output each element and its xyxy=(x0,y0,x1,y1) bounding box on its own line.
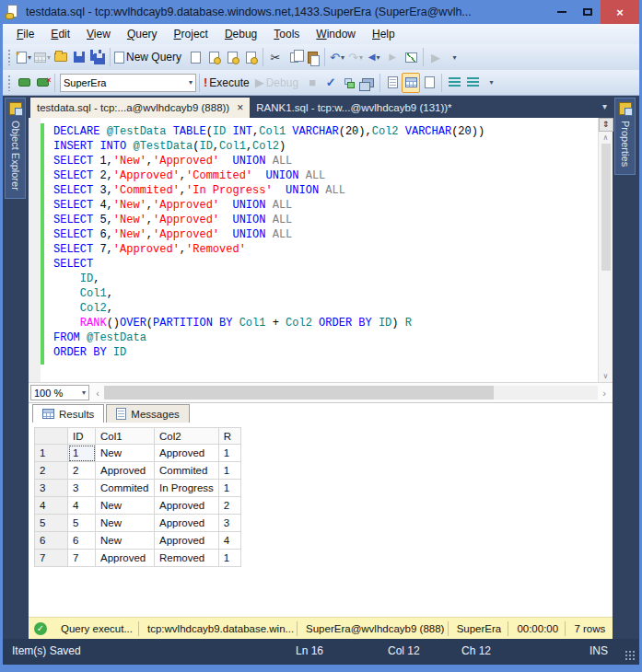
menu-item-tools[interactable]: Tools xyxy=(265,26,308,42)
editor-vertical-scrollbar[interactable]: ⇕ ∧ ∨ xyxy=(598,118,613,382)
object-explorer-tab[interactable]: Object Explorer xyxy=(5,98,26,199)
maximize-button[interactable] xyxy=(575,2,601,22)
properties-tab[interactable]: Properties xyxy=(614,98,636,175)
grid-cell[interactable]: Approved xyxy=(155,445,219,462)
grid-cell[interactable]: New xyxy=(96,445,155,462)
toolbar-grip[interactable] xyxy=(7,49,12,65)
grid-cell[interactable]: New xyxy=(96,532,155,550)
copy-button[interactable] xyxy=(285,47,303,67)
grid-cell[interactable]: 5 xyxy=(68,515,96,532)
connect-button[interactable] xyxy=(15,73,33,93)
toolbar-grip[interactable] xyxy=(7,75,12,91)
menu-item-view[interactable]: View xyxy=(78,26,119,42)
cut-button[interactable]: ✂ xyxy=(266,47,285,67)
grid-cell[interactable]: 7 xyxy=(68,550,96,567)
grid-cell[interactable]: 1 xyxy=(218,550,240,567)
tab-results[interactable]: Results xyxy=(32,404,104,423)
grid-header-Col1[interactable]: Col1 xyxy=(96,428,155,445)
grid-header-Col2[interactable]: Col2 xyxy=(155,428,219,445)
splitter-icon[interactable]: ⇕ xyxy=(599,118,613,132)
tab-testdata-sql[interactable]: testdata.sql - tcp:...a@wvlhdcayb9 (888)… xyxy=(30,98,250,118)
save-button[interactable] xyxy=(70,47,88,67)
tab-rank1-sql[interactable]: RANK1.sql - tcp:w...@wvlhdcayb9 (131))* xyxy=(250,98,458,118)
mdx-query-icon[interactable] xyxy=(204,47,223,67)
toolbar-overflow-button[interactable]: ▾ xyxy=(482,73,500,93)
grid-cell[interactable]: New xyxy=(96,515,155,532)
dmx-query-icon[interactable] xyxy=(223,47,241,67)
grid-cell[interactable]: 3 xyxy=(218,515,240,532)
grid-header-ID[interactable]: ID xyxy=(68,428,96,445)
menu-item-window[interactable]: Window xyxy=(308,26,364,42)
database-engine-query-icon[interactable] xyxy=(186,47,204,67)
navigate-backward-button[interactable]: ◀▾ xyxy=(365,47,383,67)
execute-button[interactable]: !Execute xyxy=(203,73,254,93)
activity-monitor-button[interactable] xyxy=(402,47,420,67)
grid-row-header[interactable]: 5 xyxy=(35,515,68,532)
grid-cell[interactable]: Commited xyxy=(155,462,219,480)
grid-cell[interactable]: Approved xyxy=(155,532,219,550)
grid-cell[interactable]: 6 xyxy=(68,532,96,550)
results-to-text-button[interactable] xyxy=(383,73,402,93)
close-button[interactable]: × xyxy=(601,0,639,24)
results-to-file-button[interactable] xyxy=(420,73,438,93)
grid-row-header[interactable]: 6 xyxy=(35,532,68,550)
grid-cell[interactable]: 1 xyxy=(218,462,240,480)
grid-cell[interactable]: Removed xyxy=(155,550,219,567)
grid-header-R[interactable]: R xyxy=(218,428,240,445)
scrollbar-thumb[interactable] xyxy=(104,386,494,400)
toolbar-overflow-button[interactable]: ▾ xyxy=(445,47,463,67)
grid-cell[interactable]: Approved xyxy=(96,550,155,567)
results-to-grid-button[interactable] xyxy=(402,73,420,93)
specify-template-values-button[interactable] xyxy=(340,73,358,93)
grid-cell[interactable]: Approved xyxy=(155,497,219,515)
scroll-up-icon[interactable]: ∧ xyxy=(603,132,609,144)
decrease-indent-button[interactable] xyxy=(445,73,463,93)
scrollbar-thumb[interactable] xyxy=(601,144,611,271)
zoom-level-select[interactable]: 100 % ▾ xyxy=(30,385,89,400)
grid-cell[interactable]: 3 xyxy=(68,480,96,497)
tab-list-dropdown[interactable]: ▾ xyxy=(602,101,607,111)
grid-cell[interactable]: 2 xyxy=(68,462,96,480)
menu-item-debug[interactable]: Debug xyxy=(216,26,265,42)
grid-cell[interactable]: 2 xyxy=(218,497,240,515)
grid-cell[interactable]: 4 xyxy=(68,497,96,515)
database-combobox[interactable]: SuperEra ▾ xyxy=(60,74,196,92)
grid-cell[interactable]: New xyxy=(96,497,155,515)
paste-button[interactable] xyxy=(303,47,321,67)
grid-cell[interactable]: 1 xyxy=(218,480,240,497)
menu-item-help[interactable]: Help xyxy=(364,26,403,42)
parse-button[interactable]: ✓ xyxy=(321,73,340,93)
grid-cell[interactable]: In Progress xyxy=(155,480,219,497)
menu-item-query[interactable]: Query xyxy=(119,26,166,42)
grid-cell[interactable]: Commited xyxy=(96,480,155,497)
new-query-button[interactable]: New Query xyxy=(113,47,186,67)
code-area[interactable]: DECLARE @TestData TABLE(ID INT,Col1 VARC… xyxy=(44,118,598,382)
grid-row-header[interactable]: 2 xyxy=(35,462,68,480)
open-file-button[interactable] xyxy=(52,47,70,67)
grid-row-header[interactable]: 7 xyxy=(35,550,68,567)
save-all-button[interactable] xyxy=(88,47,107,67)
grid-row-header[interactable]: 3 xyxy=(35,480,68,497)
menu-item-file[interactable]: File xyxy=(8,26,42,42)
grid-header-corner[interactable] xyxy=(35,428,68,445)
xmla-query-icon[interactable] xyxy=(241,47,260,67)
grid-row-header[interactable]: 1 xyxy=(35,445,68,462)
editor-horizontal-scrollbar[interactable]: ‹ › xyxy=(91,385,611,400)
results-grid[interactable]: IDCol1Col2R11NewApproved122ApprovedCommi… xyxy=(34,427,241,567)
increase-indent-button[interactable] xyxy=(463,73,482,93)
grid-cell[interactable]: 1 xyxy=(218,445,240,462)
include-actual-plan-button[interactable] xyxy=(358,73,377,93)
grid-row-header[interactable]: 4 xyxy=(35,497,68,515)
grid-cell[interactable]: 4 xyxy=(218,532,240,550)
scroll-left-icon[interactable]: ‹ xyxy=(91,388,104,399)
tab-messages[interactable]: Messages xyxy=(106,404,189,423)
undo-button[interactable]: ↶▾ xyxy=(328,47,346,67)
grid-cell[interactable]: 1 xyxy=(68,445,96,462)
grid-cell[interactable]: Approved xyxy=(96,462,155,480)
minimize-button[interactable] xyxy=(549,2,575,22)
resize-grip[interactable] xyxy=(624,650,636,661)
menu-item-edit[interactable]: Edit xyxy=(42,26,78,42)
scroll-down-icon[interactable]: ∨ xyxy=(603,370,609,382)
tab-close-icon[interactable]: × xyxy=(237,101,243,114)
disconnect-button[interactable]: × xyxy=(33,73,52,93)
